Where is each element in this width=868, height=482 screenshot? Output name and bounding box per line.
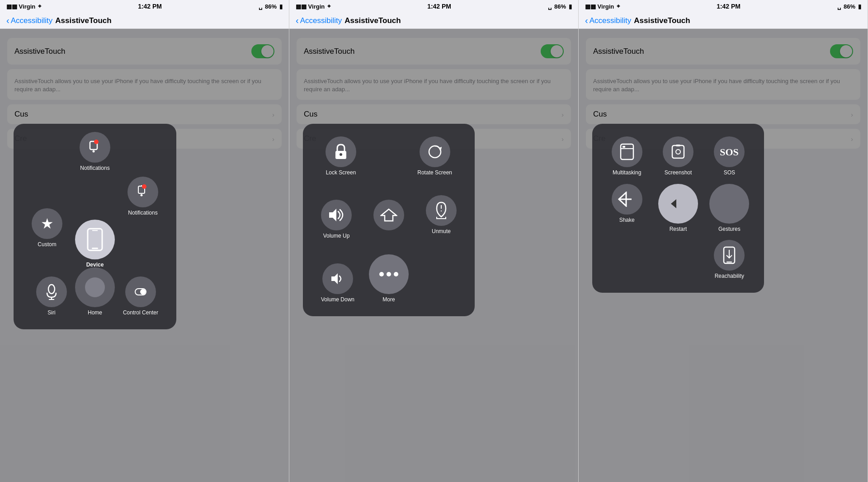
settings-content-3: AssistiveTouch AssistiveTouch allows you…: [579, 29, 868, 482]
home-item-1[interactable]: Home: [75, 267, 115, 317]
screenshot-icon-bg: [663, 136, 693, 167]
sos-item[interactable]: SOS SOS: [708, 136, 751, 177]
more-item[interactable]: More: [369, 254, 409, 304]
svg-rect-8: [92, 248, 98, 249]
svg-point-25: [379, 272, 384, 276]
home-arrow-item[interactable]: [373, 200, 404, 233]
page-title-2: AssistiveTouch: [344, 16, 401, 25]
assistivetouch-popup-1[interactable]: Notifications: [14, 124, 176, 329]
svg-rect-33: [676, 145, 680, 146]
back-button-2[interactable]: ‹ Accessibility: [296, 15, 342, 26]
status-bar-3: ▩▩ Virgin ⌖ 1:42 PM ␣ 86% ▮: [579, 0, 868, 13]
status-right-2: ␣ 86% ▮: [548, 3, 572, 10]
reachability-text: Reachability: [715, 273, 744, 280]
volume-down-svg: [330, 271, 346, 286]
screenshot-item[interactable]: Screenshot: [656, 136, 700, 177]
siri-item-1[interactable]: Siri: [36, 276, 67, 317]
volume-up-item[interactable]: Volume Up: [321, 200, 352, 240]
panel-2: ▩▩ Virgin ⌖ 1:42 PM ␣ 86% ▮ ‹ Accessibil…: [289, 0, 579, 482]
bluetooth-icon-3: ␣: [837, 3, 841, 10]
back-button-1[interactable]: ‹ Accessibility: [6, 15, 52, 26]
assistivetouch-popup-3[interactable]: Multitasking Screenshot: [592, 124, 764, 293]
back-label-2: Accessibility: [300, 16, 342, 25]
screenshot-text: Screenshot: [665, 169, 692, 177]
svg-point-13: [85, 277, 105, 297]
multitasking-text: Multitasking: [613, 169, 641, 177]
lock-screen-svg: [333, 143, 349, 161]
volume-up-svg: [327, 207, 345, 223]
wifi-icon-2: ⌖: [327, 3, 330, 10]
device-svg: [86, 228, 104, 251]
rotate-screen-svg: [426, 143, 443, 160]
reachability-item[interactable]: Reachability: [708, 240, 751, 280]
wifi-icon-3: ⌖: [617, 3, 620, 10]
rotate-screen-item[interactable]: Rotate Screen: [417, 136, 452, 177]
volume-up-icon-bg: [321, 200, 352, 230]
rotate-screen-icon-bg: [420, 136, 450, 167]
status-left-3: ▩▩ Virgin ⌖: [585, 3, 620, 10]
shake-item[interactable]: Shake: [605, 184, 649, 233]
control-center-svg: [133, 284, 148, 299]
restart-item[interactable]: Restart: [656, 184, 700, 233]
reachability-icon-bg: [714, 240, 745, 271]
status-bar-2: ▩▩ Virgin ⌖ 1:42 PM ␣ 86% ▮: [289, 0, 578, 13]
custom-item-1[interactable]: ★ Custom: [32, 208, 62, 248]
more-text: More: [382, 296, 395, 304]
home-icon-bg: [75, 267, 115, 307]
svg-marker-37: [671, 199, 676, 208]
volume-down-item[interactable]: Volume Down: [321, 263, 354, 304]
control-center-item-1[interactable]: Control Center: [123, 276, 158, 317]
svg-text:SOS: SOS: [720, 146, 739, 158]
time-2: 1:42 PM: [427, 3, 451, 10]
svg-point-10: [48, 285, 55, 294]
home-arrow-icon-bg: [373, 200, 404, 230]
status-right-1: ␣ 86% ▮: [259, 3, 283, 10]
volume-up-text: Volume Up: [323, 233, 350, 240]
restart-text: Restart: [670, 226, 687, 233]
more-dots-svg: [379, 271, 399, 278]
carrier-2: ▩▩ Virgin: [296, 3, 325, 10]
notifications-svg: [135, 184, 151, 200]
carrier-3: ▩▩ Virgin: [585, 3, 614, 10]
battery-text-1: 86%: [265, 3, 277, 10]
nav-bar-2: ‹ Accessibility AssistiveTouch: [289, 13, 578, 29]
restart-svg: [668, 194, 688, 214]
assistivetouch-popup-2[interactable]: Lock Screen Rotate Screen: [303, 124, 475, 316]
device-item-1[interactable]: Device: [75, 220, 115, 269]
battery-icon-2: ▮: [569, 3, 572, 10]
time-1: 1:42 PM: [138, 3, 162, 10]
back-label-3: Accessibility: [590, 16, 632, 25]
volume-down-icon-bg: [322, 263, 353, 294]
unmute-icon-bg: [426, 195, 457, 226]
screenshot-svg: [671, 144, 685, 160]
control-center-text: Control Center: [123, 309, 158, 317]
svg-marker-24: [331, 273, 338, 284]
status-bar-1: ▩▩ Virgin ⌖ 1:42 PM ␣ 86% ▮: [0, 0, 289, 13]
notifications-text: Notifications: [128, 210, 157, 217]
multitasking-item[interactable]: Multitasking: [605, 136, 649, 177]
battery-text-2: 86%: [554, 3, 566, 10]
siri-svg: [44, 284, 59, 300]
unmute-item[interactable]: Unmute: [426, 195, 457, 235]
more-icon-bg: [369, 254, 409, 294]
bluetooth-icon-1: ␣: [259, 3, 262, 10]
gestures-item[interactable]: Gestures: [708, 184, 751, 233]
settings-content-2: AssistiveTouch AssistiveTouch allows you…: [289, 29, 578, 482]
lock-screen-icon-bg: [326, 136, 356, 167]
shake-icon-bg: [612, 184, 642, 215]
device-item[interactable]: [73, 132, 118, 172]
svg-rect-30: [623, 146, 625, 148]
nav-bar-3: ‹ Accessibility AssistiveTouch: [579, 13, 868, 29]
svg-point-32: [676, 150, 680, 154]
svg-marker-21: [381, 209, 396, 221]
panel-1: ▩▩ Virgin ⌖ 1:42 PM ␣ 86% ▮ ‹ Accessibil…: [0, 0, 289, 482]
status-left-1: ▩▩ Virgin ⌖: [6, 3, 41, 10]
notifications-item-1[interactable]: Notifications: [127, 177, 158, 217]
svg-rect-7: [88, 229, 102, 250]
siri-icon-bg: [36, 276, 67, 307]
unmute-text: Unmute: [432, 228, 451, 235]
svg-rect-39: [726, 262, 732, 262]
lock-screen-item[interactable]: Lock Screen: [326, 136, 356, 177]
back-button-3[interactable]: ‹ Accessibility: [585, 15, 631, 26]
wifi-icon-1: ⌖: [38, 3, 41, 10]
